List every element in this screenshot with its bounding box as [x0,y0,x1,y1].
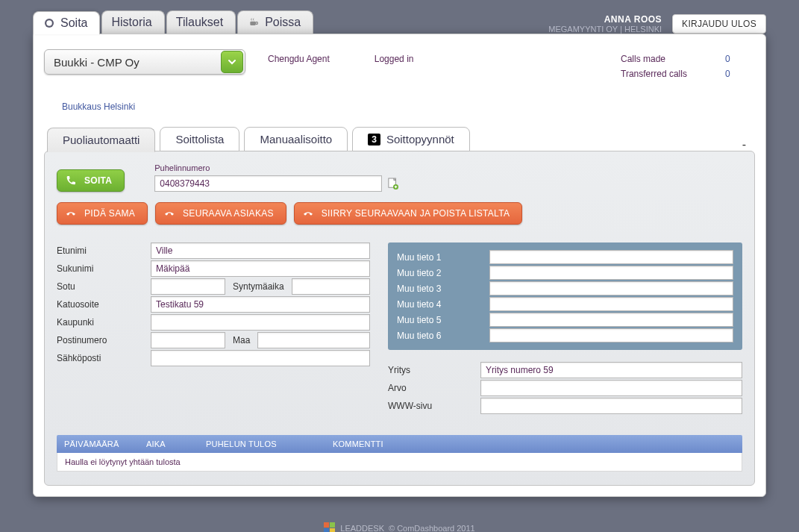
transferred-label: Transferred calls [621,69,725,79]
company-select[interactable]: Buukki - CMP Oy [44,49,245,75]
history-col-date: PÄIVÄMÄÄRÄ [64,439,146,448]
tab-history-label: Historia [111,16,151,29]
postal-input[interactable] [151,332,225,348]
history-col-result: PUHELUN TULOS [206,439,333,448]
city-input[interactable] [151,314,370,331]
tab-orders[interactable]: Tilaukset [166,10,236,34]
chevron-down-icon [221,51,243,73]
value-field-label: Arvo [388,383,470,393]
keep-same-label: PIDÄ SAMA [84,208,135,219]
next-customer-label: SEURAAVA ASIAKAS [183,208,274,219]
history-empty: Haulla ei löytynyt yhtään tulosta [57,453,742,472]
company-field-label: Yritys [388,365,470,375]
tab-call-label: Soita [60,16,87,30]
subtab-calllist-label: Soittolista [175,133,224,145]
dob-input[interactable] [292,278,370,295]
tab-call[interactable]: Soita [33,11,100,34]
country-input[interactable] [257,332,370,348]
tab-away-label: Poissa [265,16,301,29]
subtab-requests[interactable]: 3 Soittopyynnöt [352,127,470,151]
history-col-time: AIKA [146,439,206,448]
call-button-label: SOITA [84,175,112,186]
muu3-input[interactable] [489,281,733,295]
agent-name: Chengdu Agent [268,54,330,64]
muu6-label: Muu tieto 6 [397,331,479,341]
history-header: PÄIVÄMÄÄRÄ AIKA PUHELUN TULOS KOMMENTTI [57,435,742,453]
phone-icon [65,175,77,187]
email-label: Sähköposti [57,353,146,363]
subtab-semiauto[interactable]: Puoliautomaatti [47,128,155,152]
phone-label: Puhelinnumero [154,163,398,172]
postal-label: Postinumero [57,335,146,345]
ssn-label: Sotu [57,281,146,292]
muu6-input[interactable] [489,328,733,342]
agent-status: Logged in [375,54,414,64]
tab-orders-label: Tilaukset [176,16,223,29]
company-field-input[interactable] [480,362,742,378]
next-customer-button[interactable]: SEURAAVA ASIAKAS [155,202,286,225]
muu1-input[interactable] [489,250,733,264]
requests-badge: 3 [368,134,380,145]
hangup-icon [65,207,77,219]
street-input[interactable] [151,296,370,313]
muu2-input[interactable] [489,266,733,280]
dob-label: Syntymäaika [225,278,292,295]
calls-made-value: 0 [725,54,755,64]
svg-rect-2 [250,22,255,25]
email-input[interactable] [151,350,370,366]
subtab-calllist[interactable]: Soittolista [160,127,239,151]
collapse-toggle[interactable]: - [742,138,755,151]
svg-point-1 [46,20,52,26]
tab-history[interactable]: Historia [101,10,164,34]
last-name-label: Sukunimi [57,263,146,274]
keep-same-button[interactable]: PIDÄ SAMA [57,202,148,225]
skip-remove-label: SIIRRY SEURAAVAAN JA POISTA LISTALTA [322,208,510,219]
muu2-label: Muu tieto 2 [397,268,479,278]
first-name-input[interactable] [151,242,370,259]
www-field-input[interactable] [480,398,742,414]
street-label: Katuosoite [57,299,146,310]
muu4-input[interactable] [489,297,733,311]
footer-brand: LEADDESK [340,524,384,533]
hangup-icon [163,207,175,219]
document-add-icon[interactable] [388,178,398,190]
subtab-semiauto-label: Puoliautomaatti [63,134,140,146]
subtab-requests-label: Soittopyynnöt [386,133,454,145]
logout-button[interactable]: KIRJAUDU ULOS [672,14,766,34]
company-selected: Buukki - CMP Oy [54,56,140,69]
muu3-label: Muu tieto 3 [397,284,479,294]
calls-made-label: Calls made [621,54,725,64]
muu5-label: Muu tieto 5 [397,315,479,325]
ssn-input[interactable] [151,278,225,295]
hangup-icon [302,207,314,219]
skip-remove-button[interactable]: SIIRRY SEURAAVAAN JA POISTA LISTALTA [294,202,522,225]
user-org: MEGAMYYNTI OY | HELSINKI [548,25,662,34]
logo-icon [324,522,336,532]
muu1-label: Muu tieto 1 [397,252,479,263]
transferred-value: 0 [725,69,755,79]
call-button[interactable]: SOITA [57,169,125,192]
www-field-label: WWW-sivu [388,401,470,411]
first-name-label: Etunimi [57,245,146,256]
last-name-input[interactable] [151,260,370,277]
tab-away[interactable]: Poissa [237,10,313,34]
muu4-label: Muu tieto 4 [397,299,479,310]
subtab-manual-label: Manuaalisoitto [260,133,332,145]
city-label: Kaupunki [57,317,146,328]
country-label: Maa [225,332,257,348]
svg-rect-3 [256,22,258,24]
muu5-input[interactable] [489,313,733,327]
coffee-icon [247,16,260,29]
value-field-input[interactable] [480,380,742,396]
user-name: ANNA ROOS [548,14,662,25]
campaign-name: Buukkaus Helsinki [62,101,755,112]
footer-copy: © ComDashboard 2011 [389,524,475,533]
subtab-manual[interactable]: Manuaalisoitto [244,127,348,151]
headset-icon [43,16,56,30]
history-col-comment: KOMMENTTI [333,439,735,448]
phone-input[interactable] [154,175,382,192]
